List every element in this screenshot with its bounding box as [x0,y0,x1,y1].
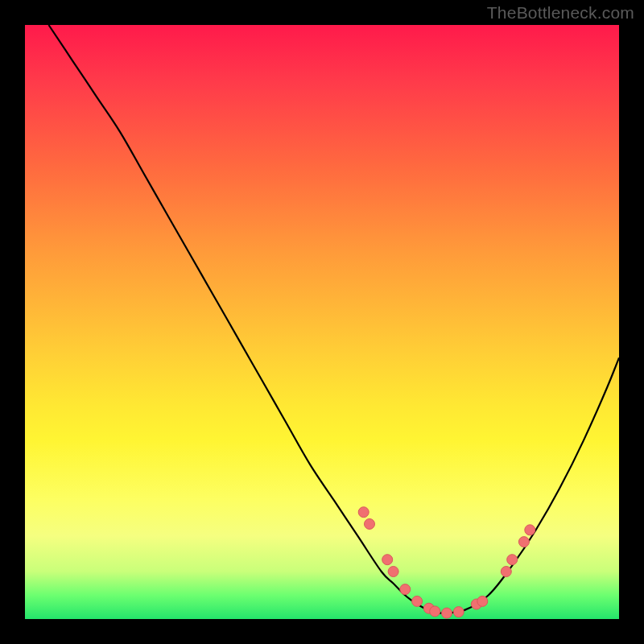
data-dot [507,555,518,565]
data-dot [365,518,375,529]
data-dot [382,555,393,565]
data-dot [388,567,398,577]
data-dots-group [358,507,535,618]
data-dot [501,567,511,577]
watermark-text: TheBottleneck.com [487,3,634,23]
data-dot [525,525,535,535]
bottleneck-curve-svg [25,25,619,619]
data-dot [358,507,369,518]
data-dot [477,596,488,606]
data-dot [442,608,452,618]
data-dot [453,607,464,617]
chart-frame: TheBottleneck.com [0,0,644,644]
bottleneck-curve [49,25,620,613]
data-dot [430,606,440,617]
data-dot [400,584,411,595]
data-dot [412,596,423,606]
plot-area [25,25,619,619]
data-dot [518,537,529,547]
